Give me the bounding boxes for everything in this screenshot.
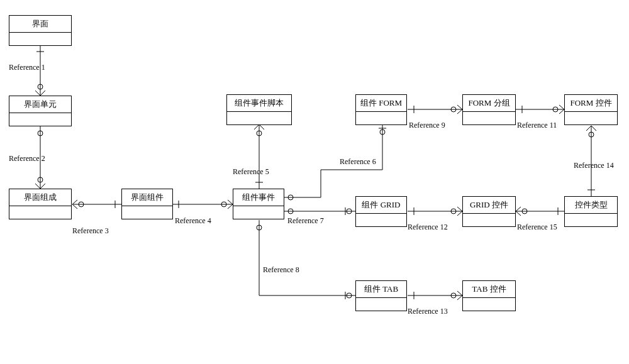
- svg-point-16: [380, 130, 385, 135]
- entity-interface-composition: 界面组成: [9, 189, 72, 219]
- entity-component-event-script: 组件事件脚本: [226, 94, 292, 125]
- ref-label-14: Reference 14: [574, 161, 614, 170]
- entity-label: 组件事件: [233, 189, 284, 206]
- entity-label: 界面: [9, 16, 71, 33]
- ref-label-15: Reference 15: [517, 223, 557, 232]
- svg-point-7: [79, 202, 84, 207]
- entity-label: FORM 控件: [565, 95, 617, 112]
- entity-component-grid: 组件 GRID: [355, 196, 407, 227]
- entity-label: 界面组成: [9, 189, 71, 206]
- svg-point-23: [347, 293, 352, 298]
- entity-form-group: FORM 分组: [462, 94, 516, 125]
- ref-label-7: Reference 7: [287, 216, 324, 226]
- svg-point-5: [38, 177, 43, 182]
- entity-label: 组件 GRID: [356, 197, 406, 214]
- entity-interface: 界面: [9, 15, 72, 46]
- entity-component-tab: 组件 TAB: [355, 280, 407, 311]
- svg-point-15: [288, 195, 293, 200]
- svg-point-4: [38, 131, 43, 136]
- entity-label: 组件事件脚本: [227, 95, 291, 112]
- ref-label-13: Reference 13: [408, 307, 448, 316]
- ref-label-6: Reference 6: [340, 157, 376, 167]
- connectors: [0, 0, 629, 364]
- svg-point-36: [451, 293, 456, 298]
- svg-point-22: [257, 225, 262, 230]
- entity-label: GRID 控件: [463, 197, 515, 214]
- entity-label: TAB 控件: [463, 281, 515, 298]
- entity-label: 组件 FORM: [356, 95, 406, 112]
- ref-label-5: Reference 5: [233, 167, 269, 177]
- entity-label: 控件类型: [565, 197, 617, 214]
- ref-label-8: Reference 8: [263, 265, 299, 275]
- entity-label: 界面单元: [9, 96, 71, 113]
- entity-interface-component: 界面组件: [121, 189, 173, 219]
- entity-form-control: FORM 控件: [564, 94, 618, 125]
- entity-component-form: 组件 FORM: [355, 94, 407, 125]
- ref-label-1: Reference 1: [9, 63, 45, 72]
- svg-point-11: [221, 202, 226, 207]
- ref-label-3: Reference 3: [72, 226, 109, 236]
- entity-label: 组件 TAB: [356, 281, 406, 298]
- ref-label-2: Reference 2: [9, 154, 45, 163]
- ref-label-4: Reference 4: [175, 216, 211, 226]
- entity-component-event: 组件事件: [233, 189, 284, 219]
- entity-grid-control: GRID 控件: [462, 196, 516, 227]
- ref-label-9: Reference 9: [409, 121, 445, 130]
- entity-label: 界面组件: [122, 189, 172, 206]
- svg-point-39: [589, 132, 594, 137]
- svg-point-27: [451, 107, 456, 112]
- ref-label-12: Reference 12: [408, 223, 448, 232]
- entity-interface-unit: 界面单元: [9, 96, 72, 126]
- entity-control-type: 控件类型: [564, 196, 618, 227]
- svg-point-33: [451, 209, 456, 214]
- svg-point-20: [347, 209, 352, 214]
- svg-point-2: [38, 84, 43, 89]
- entity-label: FORM 分组: [463, 95, 515, 112]
- svg-point-30: [553, 107, 558, 112]
- svg-point-19: [288, 209, 293, 214]
- entity-tab-control: TAB 控件: [462, 280, 516, 311]
- svg-point-14: [257, 131, 262, 136]
- svg-point-42: [522, 209, 527, 214]
- ref-label-11: Reference 11: [517, 121, 557, 130]
